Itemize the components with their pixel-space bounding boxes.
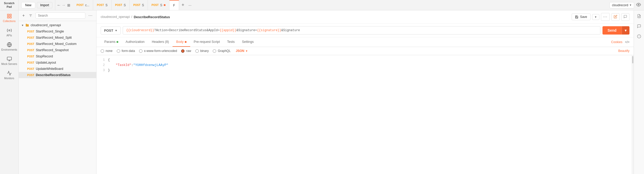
list-item[interactable]: POST StartRecord_Mixed_Split bbox=[19, 35, 96, 41]
info-icon bbox=[637, 34, 641, 38]
list-item[interactable]: POST StartRecord_Single bbox=[19, 28, 96, 35]
svg-rect-2 bbox=[10, 14, 11, 16]
code-button[interactable]: </> bbox=[625, 40, 629, 44]
tab-4[interactable]: POST S bbox=[130, 0, 148, 10]
list-item[interactable]: POST StartRecord_Mixed_Custom bbox=[19, 41, 96, 47]
sidebar-item-monitors[interactable]: Monitors bbox=[0, 68, 18, 82]
svg-rect-8 bbox=[7, 57, 11, 60]
tab-1[interactable]: POST c... bbox=[73, 0, 93, 10]
breadcrumb-current: DescribeRecordStatus bbox=[134, 15, 170, 19]
tab-3[interactable]: POST S bbox=[112, 0, 130, 10]
method-selector[interactable]: POST ▼ bbox=[101, 26, 121, 35]
cookies-button[interactable]: Cookies bbox=[611, 40, 622, 44]
send-button[interactable]: Send bbox=[602, 26, 622, 35]
chevron-down-icon: ▼ bbox=[21, 24, 24, 27]
forward-button[interactable]: → bbox=[61, 3, 66, 8]
json-chevron-icon: ▼ bbox=[245, 50, 248, 52]
body-option-form-data[interactable]: form-data bbox=[117, 49, 135, 53]
tab-params[interactable]: Params bbox=[101, 37, 122, 47]
body-dot bbox=[185, 41, 187, 43]
code-line-3: 3 } bbox=[101, 68, 627, 73]
folder-icon bbox=[25, 23, 29, 27]
tab-5-label: S bbox=[160, 3, 162, 7]
right-panel-doc-button[interactable] bbox=[635, 12, 643, 21]
tab-5[interactable]: POST S bbox=[148, 0, 169, 10]
save-dropdown-button[interactable]: ▼ bbox=[592, 14, 599, 20]
body-option-none[interactable]: none bbox=[101, 49, 113, 53]
add-collection-button[interactable]: + bbox=[21, 13, 26, 18]
method-chevron-icon: ▼ bbox=[115, 29, 117, 32]
svg-point-0 bbox=[638, 4, 639, 5]
tab-headers[interactable]: Headers (8) bbox=[148, 37, 173, 47]
item-name: StartRecord_Mixed_Custom bbox=[36, 42, 77, 46]
document-icon bbox=[637, 14, 641, 18]
scrollbar-handle[interactable] bbox=[632, 56, 633, 63]
search-input[interactable] bbox=[36, 12, 85, 19]
environments-icon bbox=[7, 42, 12, 47]
list-item[interactable]: POST UpdateWhiteBoard bbox=[19, 66, 96, 72]
save-button[interactable]: Save bbox=[572, 14, 590, 20]
url-appid-template: {{appid}} bbox=[220, 29, 236, 32]
tab-tests[interactable]: Tests bbox=[223, 37, 238, 47]
url-input-container[interactable]: {{cloudrecord}}?Action=DescribeRecordSta… bbox=[123, 26, 600, 35]
list-item-active[interactable]: POST DescribeRecordStatus bbox=[19, 72, 96, 78]
tab-2[interactable]: POST S bbox=[93, 0, 111, 10]
right-panel-comment-button[interactable] bbox=[635, 23, 643, 31]
tree-root-item[interactable]: ▼ cloudrecord_openapi bbox=[19, 22, 96, 28]
tab-3-label: S bbox=[124, 3, 126, 7]
monitors-icon bbox=[7, 71, 12, 76]
edit-icon-button[interactable] bbox=[611, 13, 620, 21]
beautify-button[interactable]: Beautify bbox=[618, 49, 629, 53]
environments-label: Environments bbox=[1, 48, 17, 51]
add-tab-button[interactable]: + bbox=[179, 2, 187, 8]
tab-pre-request-label: Pre-request Script bbox=[194, 40, 220, 44]
back-button[interactable]: ← bbox=[57, 3, 61, 8]
filter-icon bbox=[29, 14, 32, 17]
comment-icon-button[interactable] bbox=[621, 13, 629, 21]
url-template-start: {{cloudrecord}} bbox=[126, 29, 154, 32]
env-selector[interactable]: cloudrecord ▼ bbox=[609, 2, 634, 8]
tab-6-label: F bbox=[173, 4, 175, 7]
body-option-raw[interactable]: raw bbox=[181, 49, 191, 53]
line-number-3: 3 bbox=[101, 68, 105, 73]
send-dropdown-button[interactable]: ▼ bbox=[622, 26, 629, 35]
monitors-label: Monitors bbox=[4, 77, 14, 80]
json-type-selector[interactable]: JSON ▼ bbox=[236, 49, 248, 53]
list-item[interactable]: POST StopRecord bbox=[19, 53, 96, 59]
code-content-3: } bbox=[108, 68, 110, 73]
post-method-badge: POST bbox=[26, 61, 34, 64]
import-button[interactable]: Import bbox=[37, 2, 52, 8]
breadcrumb-more-button[interactable]: ··· bbox=[601, 13, 610, 21]
mock-servers-icon bbox=[7, 56, 12, 62]
line-number-1: 1 bbox=[101, 57, 105, 63]
right-panel-info-button[interactable] bbox=[635, 33, 643, 41]
more-tabs-button[interactable]: ··· bbox=[187, 3, 193, 7]
mock-servers-label: Mock Servers bbox=[1, 63, 17, 65]
body-option-binary[interactable]: binary bbox=[195, 49, 209, 53]
body-option-urlencoded[interactable]: x-www-form-urlencoded bbox=[139, 49, 177, 53]
tab-6[interactable]: F bbox=[169, 0, 179, 10]
tab-pre-request[interactable]: Pre-request Script bbox=[190, 37, 224, 47]
eye-icon-button[interactable] bbox=[636, 2, 641, 8]
list-item[interactable]: POST StartRecord_Snapshot bbox=[19, 47, 96, 53]
post-method-badge: POST bbox=[26, 36, 34, 39]
svg-rect-4 bbox=[10, 17, 11, 18]
collections-more-button[interactable]: ··· bbox=[87, 13, 94, 18]
tab-authorization[interactable]: Authorization bbox=[122, 37, 148, 47]
item-name: StartRecord_Single bbox=[36, 30, 64, 33]
new-button[interactable]: New bbox=[21, 2, 35, 8]
tab-5-dot bbox=[164, 4, 166, 6]
save-icon bbox=[575, 15, 578, 19]
post-method-badge: POST bbox=[26, 43, 34, 45]
sidebar-item-mock-servers[interactable]: Mock Servers bbox=[0, 54, 18, 68]
filter-icon-button[interactable] bbox=[28, 13, 33, 18]
sidebar-item-environments[interactable]: Environments bbox=[0, 39, 18, 54]
tab-settings[interactable]: Settings bbox=[238, 37, 257, 47]
comment-panel-icon bbox=[637, 24, 641, 28]
tab-body[interactable]: Body bbox=[173, 37, 190, 47]
body-option-graphql[interactable]: GraphQL bbox=[213, 49, 230, 53]
tab-1-label: c... bbox=[85, 3, 89, 7]
list-item[interactable]: POST UpdateLayout bbox=[19, 59, 96, 66]
sidebar-item-collections[interactable]: Collections bbox=[0, 10, 18, 25]
sidebar-item-apis[interactable]: APIs bbox=[0, 25, 18, 39]
